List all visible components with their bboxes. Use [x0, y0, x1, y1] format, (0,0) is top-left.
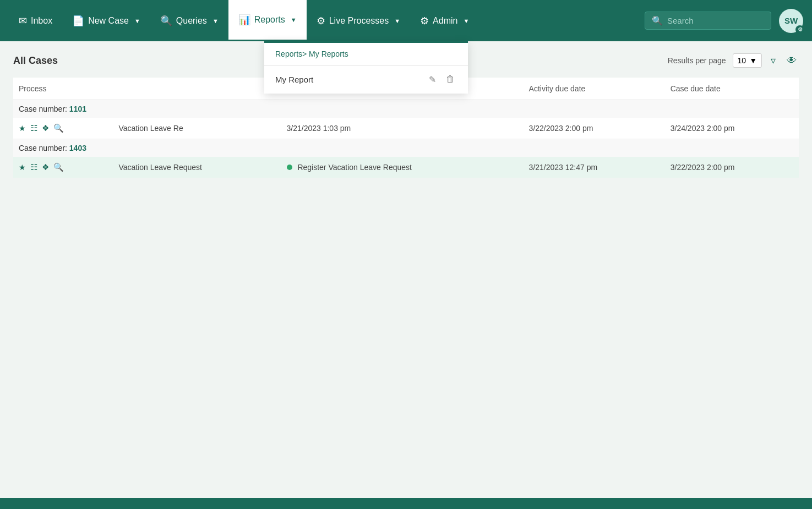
delete-report-icon[interactable]: 🗑	[444, 73, 457, 86]
filter-icon[interactable]: ▿	[769, 52, 778, 69]
user-settings-icon: ⚙	[795, 25, 804, 34]
inbox-icon: ✉	[19, 15, 27, 27]
case-due-date-1101: 3/24/2023 2:00 pm	[665, 118, 799, 139]
case-group-label-1403: Case number: 1403	[13, 139, 799, 157]
live-processes-icon: ⚙	[317, 15, 325, 27]
reports-label: Reports	[254, 15, 285, 25]
case-network-icon-1403[interactable]: ❖	[42, 162, 49, 172]
admin-icon: ⚙	[420, 15, 429, 27]
results-per-page-value: 10	[738, 56, 746, 65]
dropdown-item-my-report[interactable]: My Report ✎ 🗑	[264, 65, 468, 94]
case-creation-date-1101: 3/21/2023 1:03 pm	[281, 118, 524, 139]
results-per-page-select[interactable]: 10 ▼	[733, 53, 762, 68]
breadcrumb-child: My Reports	[309, 50, 348, 58]
case-activity-1403: Register Vacation Leave Request	[281, 157, 524, 178]
col-activity-due-date: Activity due date	[524, 78, 665, 100]
page-title: All Cases	[13, 55, 58, 67]
per-page-chevron-icon: ▼	[749, 56, 757, 65]
case-tree-icon-1403[interactable]: ☷	[30, 162, 37, 172]
col-process: Process	[13, 78, 281, 100]
case-group-label-1101: Case number: 1101	[13, 100, 799, 118]
breadcrumb-parent[interactable]: Reports	[275, 50, 302, 58]
activity-due-date-1403: 3/22/2023 2:00 pm	[665, 157, 799, 178]
star-icon-1101[interactable]: ★	[19, 124, 26, 133]
case-number-link-1403[interactable]: 1403	[69, 144, 86, 152]
bottom-bar	[0, 498, 812, 509]
header-right: Results per page 10 ▼ ▿ 👁	[668, 52, 799, 69]
admin-label: Admin	[433, 16, 457, 26]
edit-report-icon[interactable]: ✎	[427, 73, 438, 86]
case-actions-1403: ★ ☷ ❖ 🔍	[13, 157, 113, 178]
search-icon: 🔍	[652, 15, 663, 26]
dropdown-breadcrumb: Reports> My Reports	[264, 43, 468, 65]
case-network-icon-1101[interactable]: ❖	[42, 123, 49, 133]
results-per-page-label: Results per page	[668, 56, 726, 65]
new-case-icon: 📄	[72, 15, 84, 27]
new-case-label: New Case	[88, 16, 129, 26]
table-body: Case number: 1101 ★ ☷ ❖ 🔍 Vacation Leave…	[13, 100, 799, 178]
search-input[interactable]	[667, 16, 764, 25]
reports-icon: 📊	[238, 14, 250, 26]
activity-due-date-1101: 3/22/2023 2:00 pm	[524, 118, 665, 139]
nav-admin[interactable]: ⚙ Admin ▼	[410, 0, 479, 41]
live-processes-chevron-icon: ▼	[394, 18, 400, 24]
dropdown-item-actions: ✎ 🗑	[427, 73, 457, 86]
activity-status-dot-1403	[287, 165, 292, 170]
dropdown-item-label: My Report	[275, 75, 427, 84]
new-case-chevron-icon: ▼	[134, 18, 140, 24]
case-actions-1101: ★ ☷ ❖ 🔍	[13, 118, 113, 139]
case-group-1101: Case number: 1101	[13, 100, 799, 118]
queries-icon: 🔍	[160, 15, 172, 27]
case-group-1403: Case number: 1403	[13, 139, 799, 157]
reports-chevron-icon: ▼	[291, 17, 297, 23]
case-tree-icon-1101[interactable]: ☷	[30, 123, 37, 133]
reports-dropdown: Reports> My Reports My Report ✎ 🗑	[264, 41, 468, 94]
inbox-label: Inbox	[31, 16, 52, 26]
nav-live-processes[interactable]: ⚙ Live Processes ▼	[307, 0, 410, 41]
case-number-link-1101[interactable]: 1101	[69, 105, 86, 113]
nav-reports[interactable]: 📊 Reports ▼	[228, 0, 307, 41]
nav-inbox[interactable]: ✉ Inbox	[9, 0, 62, 41]
case-process-1101: Vacation Leave Re	[113, 118, 281, 139]
nav-queries[interactable]: 🔍 Queries ▼	[150, 0, 228, 41]
user-initials: SW	[784, 16, 798, 25]
case-creation-date-1403: 3/21/2023 12:47 pm	[524, 157, 665, 178]
table-row: ★ ☷ ❖ 🔍 Vacation Leave Re 3/21/2023 1:03…	[13, 118, 799, 139]
search-box[interactable]: 🔍	[645, 12, 771, 30]
main-content: All Cases Results per page 10 ▼ ▿ 👁 Proc…	[0, 41, 812, 498]
case-search-icon-1403[interactable]: 🔍	[53, 162, 64, 172]
table-row: ★ ☷ ❖ 🔍 Vacation Leave Request Register …	[13, 157, 799, 178]
navbar: ✉ Inbox 📄 New Case ▼ 🔍 Queries ▼ 📊 Repor…	[0, 0, 812, 41]
case-search-icon-1101[interactable]: 🔍	[53, 123, 64, 133]
live-processes-label: Live Processes	[329, 16, 389, 26]
col-case-due-date: Case due date	[665, 78, 799, 100]
user-avatar[interactable]: SW ⚙	[779, 9, 803, 33]
admin-chevron-icon: ▼	[463, 18, 469, 24]
star-icon-1403[interactable]: ★	[19, 163, 26, 172]
view-icon[interactable]: 👁	[784, 53, 799, 69]
queries-chevron-icon: ▼	[212, 18, 219, 24]
nav-new-case[interactable]: 📄 New Case ▼	[62, 0, 150, 41]
case-process-1403: Vacation Leave Request	[113, 157, 281, 178]
queries-label: Queries	[176, 16, 207, 26]
